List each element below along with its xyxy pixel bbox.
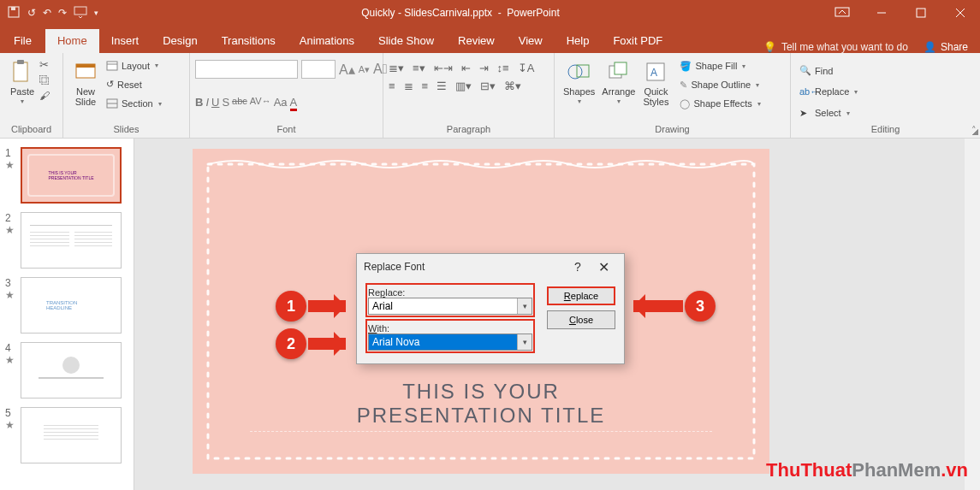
- slide-thumb-5[interactable]: [21, 407, 122, 463]
- tab-slideshow[interactable]: Slide Show: [366, 29, 446, 53]
- strikethrough-button[interactable]: abc: [232, 96, 247, 111]
- dialog-close-button[interactable]: ✕: [590, 259, 617, 275]
- chevron-down-icon[interactable]: ▾: [517, 334, 532, 350]
- slide-thumb-4[interactable]: [21, 342, 122, 398]
- with-font-combo[interactable]: ▾: [368, 334, 532, 351]
- shape-effects-button[interactable]: ◯Shape Effects: [676, 97, 763, 110]
- font-size-combo[interactable]: [301, 60, 336, 79]
- tab-home[interactable]: Home: [45, 29, 99, 53]
- group-label-paragraph: Paragraph: [389, 124, 549, 136]
- group-label-clipboard: Clipboard: [5, 124, 57, 136]
- save-icon[interactable]: [7, 5, 21, 21]
- replace-button[interactable]: ab↔Replace: [796, 86, 861, 97]
- shrink-font-icon[interactable]: A▾: [359, 64, 370, 75]
- tab-help[interactable]: Help: [555, 29, 602, 53]
- underline-button[interactable]: U: [211, 96, 219, 111]
- slide-thumb-1[interactable]: THIS IS YOURPRESENTATION TITLE: [21, 147, 122, 204]
- tab-transitions[interactable]: Transitions: [210, 29, 288, 53]
- layout-button[interactable]: Layout: [103, 60, 165, 72]
- line-spacing-icon[interactable]: ↕≡: [497, 62, 509, 74]
- bulb-icon: 💡: [763, 41, 776, 53]
- list-level-icon[interactable]: ⇤⇥: [434, 62, 453, 74]
- cut-icon[interactable]: ✂: [39, 58, 50, 71]
- callout-3: 3: [685, 291, 716, 322]
- arrange-button[interactable]: Arrange▾: [598, 56, 638, 107]
- bold-button[interactable]: B: [195, 96, 203, 111]
- document-title: Quickly - SlidesCarnival.pptx - PowerPoi…: [98, 7, 823, 19]
- smartart-icon[interactable]: ⌘▾: [504, 80, 521, 92]
- quick-styles-button[interactable]: A Quick Styles: [638, 56, 673, 109]
- shape-outline-button[interactable]: ✎Shape Outline: [676, 79, 763, 92]
- group-label-font: Font: [195, 124, 377, 136]
- tell-me[interactable]: 💡Tell me what you want to do: [763, 41, 908, 53]
- tab-review[interactable]: Review: [446, 29, 507, 53]
- slide-thumb-2[interactable]: [21, 212, 122, 269]
- minimize-button[interactable]: [862, 0, 901, 26]
- tab-insert[interactable]: Insert: [99, 29, 151, 53]
- text-direction-icon[interactable]: ↧A: [518, 62, 535, 74]
- font-color-button[interactable]: A: [290, 96, 298, 111]
- align-center-icon[interactable]: ≣: [404, 80, 413, 92]
- autosave-icon[interactable]: ↺: [27, 7, 36, 19]
- callout-arrow-3: [633, 300, 683, 312]
- ribbon-display-options-icon[interactable]: [823, 7, 862, 20]
- replace-font-combo[interactable]: ▾: [368, 298, 532, 315]
- chevron-down-icon[interactable]: ▾: [517, 298, 532, 314]
- increase-indent-icon[interactable]: ⇥: [479, 62, 489, 74]
- with-label: With:: [368, 323, 532, 334]
- format-painter-icon[interactable]: 🖌: [39, 90, 50, 102]
- char-spacing-button[interactable]: AV↔: [250, 96, 271, 111]
- shapes-button[interactable]: Shapes▾: [560, 56, 598, 107]
- new-slide-button[interactable]: New Slide: [68, 56, 103, 109]
- tab-foxit[interactable]: Foxit PDF: [601, 29, 674, 53]
- align-left-icon[interactable]: ≡: [389, 80, 395, 92]
- section-button[interactable]: Section: [103, 97, 165, 109]
- vertical-scrollbar[interactable]: [965, 139, 980, 490]
- align-right-icon[interactable]: ≡: [422, 80, 429, 92]
- tab-design[interactable]: Design: [151, 29, 209, 53]
- numbering-icon[interactable]: ≡▾: [413, 62, 425, 74]
- dialog-cancel-button[interactable]: Close: [547, 310, 615, 329]
- slideshow-start-icon[interactable]: [74, 6, 87, 21]
- svg-rect-1: [11, 7, 15, 10]
- close-button[interactable]: [941, 0, 980, 26]
- slide-thumb-3[interactable]: TRANSITION HEADLINE: [21, 277, 122, 334]
- slide-thumbnails-panel[interactable]: 1★ THIS IS YOURPRESENTATION TITLE 2★ 3★ …: [0, 139, 134, 490]
- dialog-help-button[interactable]: ?: [566, 260, 590, 274]
- thumb-number: 1: [5, 147, 15, 159]
- watermark: ThuThuatPhanMem.vn: [766, 459, 968, 481]
- grow-font-icon[interactable]: A▴: [339, 62, 355, 78]
- with-font-input[interactable]: [369, 334, 517, 350]
- collapse-ribbon-icon[interactable]: ˄: [971, 125, 977, 136]
- replace-font-dialog: Replace Font ? ✕ Replace: ▾ With: ▾ Repl…: [356, 253, 625, 364]
- columns-icon[interactable]: ▥▾: [455, 80, 472, 92]
- tab-view[interactable]: View: [507, 29, 555, 53]
- redo-icon[interactable]: ↷: [58, 7, 67, 19]
- font-family-combo[interactable]: [195, 60, 298, 79]
- svg-rect-2: [74, 7, 86, 15]
- shape-fill-button[interactable]: 🪣Shape Fill: [676, 60, 763, 73]
- shadow-button[interactable]: S: [222, 96, 229, 111]
- undo-icon[interactable]: ↶: [43, 7, 51, 19]
- maximize-button[interactable]: [901, 0, 941, 26]
- find-button[interactable]: 🔍Find: [796, 64, 836, 77]
- qat-customize-icon[interactable]: ▾: [94, 9, 98, 17]
- svg-text:A: A: [650, 67, 657, 79]
- paste-button[interactable]: Paste ▾: [5, 56, 39, 107]
- copy-icon[interactable]: ⿻: [39, 74, 50, 86]
- italic-button[interactable]: I: [205, 96, 209, 111]
- dialog-replace-button[interactable]: Replace: [547, 286, 615, 305]
- replace-font-input[interactable]: [369, 298, 517, 314]
- tab-file[interactable]: File: [0, 29, 45, 53]
- change-case-button[interactable]: Aa: [274, 96, 288, 111]
- reset-button[interactable]: ↺Reset: [103, 78, 165, 91]
- tab-animations[interactable]: Animations: [288, 29, 366, 53]
- align-text-icon[interactable]: ⊟▾: [480, 80, 496, 92]
- bullets-icon[interactable]: ≣▾: [389, 62, 404, 74]
- title-bar: ↺ ↶ ↷ ▾ Quickly - SlidesCarnival.pptx - …: [0, 0, 980, 26]
- select-button[interactable]: ➤Select: [796, 107, 853, 120]
- justify-icon[interactable]: ☰: [437, 80, 447, 92]
- share-button[interactable]: 👤Share: [924, 41, 968, 53]
- svg-rect-19: [615, 62, 627, 74]
- decrease-indent-icon[interactable]: ⇤: [461, 62, 471, 74]
